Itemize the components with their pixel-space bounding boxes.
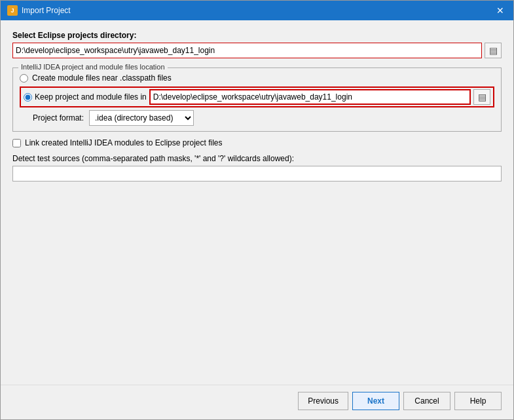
button-bar: Previous Next Cancel Help [1,385,513,419]
content-spacer [12,188,502,374]
title-bar-left: J Import Project [7,5,71,16]
link-modules-label: Link created IntelliJ IDEA modules to Ec… [25,138,222,147]
title-bar: J Import Project ✕ [1,1,513,20]
detect-sources-input[interactable] [12,166,502,181]
link-modules-checkbox[interactable] [12,139,21,147]
browse-icon-2: ▤ [478,92,486,102]
close-button[interactable]: ✕ [494,5,507,16]
keep-project-radio[interactable] [24,93,32,102]
import-project-dialog: J Import Project ✕ Select Eclipse projec… [0,0,514,420]
next-button[interactable]: Next [352,392,399,410]
create-module-files-radio[interactable] [20,74,28,83]
cancel-button[interactable]: Cancel [403,392,450,410]
format-row: Project format: .idea (directory based) … [20,110,494,126]
dialog-title: Import Project [22,6,71,15]
browse-icon: ▤ [489,45,498,56]
radio-row-2: Keep project and module files in ▤ [20,86,494,107]
radio-row-1: Create module files near .classpath file… [20,73,494,83]
app-icon: J [7,5,18,16]
directory-input[interactable] [12,43,482,58]
dialog-content: Select Eclipse projects directory: ▤ Int… [1,20,513,385]
previous-button[interactable]: Previous [298,392,348,410]
keep-project-border: Keep project and module files in ▤ [20,86,494,107]
module-files-group: IntelliJ IDEA project and module files l… [12,67,502,132]
detect-sources-section: Detect test sources (comma-separated pat… [12,154,502,181]
format-select[interactable]: .idea (directory based) .ipr (file based… [89,110,194,126]
directory-input-row: ▤ [12,43,502,58]
select-directory-section: Select Eclipse projects directory: ▤ [12,31,502,58]
create-module-files-label: Create module files near .classpath file… [32,73,172,83]
link-checkbox-row: Link created IntelliJ IDEA modules to Ec… [12,138,502,147]
keep-project-label: Keep project and module files in [35,92,147,102]
directory-browse-button[interactable]: ▤ [485,43,502,58]
keep-project-path-input[interactable] [149,89,471,105]
select-directory-label: Select Eclipse projects directory: [12,31,502,40]
module-files-legend: IntelliJ IDEA project and module files l… [18,63,168,71]
format-label: Project format: [33,113,84,123]
keep-project-browse-button[interactable]: ▤ [473,89,490,105]
help-button[interactable]: Help [454,392,502,410]
detect-sources-label: Detect test sources (comma-separated pat… [12,154,502,163]
